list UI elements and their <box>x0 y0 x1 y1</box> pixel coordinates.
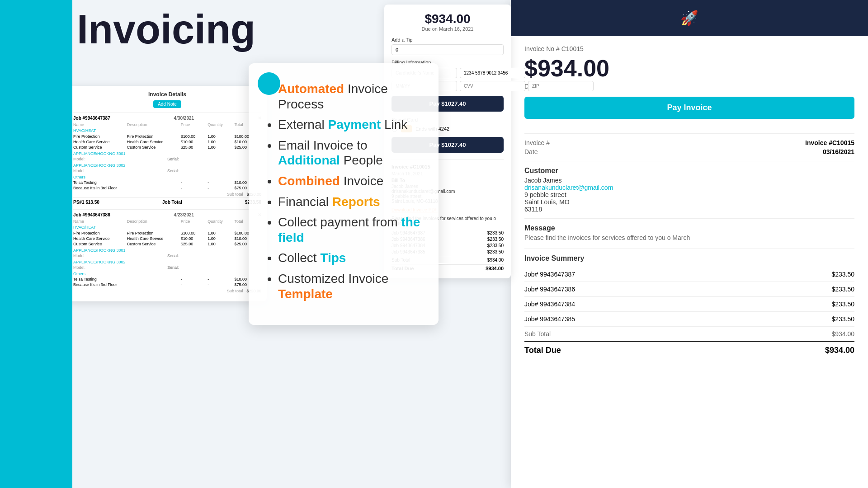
subtotal-label: Sub Total <box>524 330 551 338</box>
appliance-section-2: APPLIANCE/HOOKNG 3002 <box>73 163 261 168</box>
customer-address2: Saint Louis, MO <box>524 198 854 206</box>
other-category: Others <box>73 175 261 179</box>
job-id-2: Job #9943647386 <box>73 212 110 217</box>
right-invoice-number: Invoice No # C10015 <box>524 45 854 52</box>
appliance-section-3: APPLIANCE/HOOKNG 3001 <box>73 248 261 253</box>
right-panel-body: Invoice No # C10015 $934.00 Due on 03/16… <box>511 36 868 488</box>
ps-note: PS#1 $13.50 <box>73 200 99 205</box>
service-category-2: HVAC/HEAT <box>73 225 261 230</box>
job-section-2: Job #9943647386 4/23/2021 ✕ Name Descrip… <box>73 209 261 293</box>
appliance-section-4: APPLIANCE/HOOKNG 3002 <box>73 260 261 264</box>
col-qty: Quantity <box>208 122 234 127</box>
page-title: Invoicing <box>77 9 255 50</box>
feature-item-5: Financial Reports <box>278 194 423 210</box>
service-row: Fire Protection Fire Protection $100.00 … <box>73 231 261 235</box>
payment-amount: $934.00 <box>392 12 504 26</box>
feature-item-8: Customized Invoice Template <box>278 271 423 301</box>
cvv-input[interactable] <box>460 81 525 91</box>
other-row: Telsa Testing - - $10.00 <box>73 277 261 282</box>
col-desc: Description <box>127 122 181 127</box>
page-title-area: Invoicing <box>77 9 255 50</box>
job-id-1: Job #9943647387 <box>73 116 110 121</box>
summary-job-row: Job# 9943647384 $233.50 <box>524 297 854 312</box>
summary-job-row: Job# 9943647387 $233.50 <box>524 267 854 282</box>
right-invoice-date: 03/16/2021 <box>823 148 854 155</box>
invoice-details-title: Invoice Details <box>73 91 261 98</box>
job-total-label: Job Total <box>162 200 182 205</box>
summary-job-row: Job# 9943647385 $233.50 <box>524 312 854 327</box>
invoice-details-panel: Invoice Details Add Note Job #9943647387… <box>72 86 267 301</box>
service-row: Health Care Service Health Care Service … <box>73 140 261 144</box>
other-row: Telsa Testing - - $10.00 <box>73 180 261 185</box>
other-row: Because It's in 3rd Floor - - $75.00 <box>73 186 261 190</box>
feature-item-1: Automated Invoice Process <box>278 81 423 112</box>
job-section-1: Job #9943647387 4/30/2021 ✕ Name Descrip… <box>73 113 261 206</box>
col-name: Name <box>73 122 127 127</box>
summary-job-row: Job# 9943647386 $233.50 <box>524 282 854 297</box>
message-label: Message <box>524 224 854 232</box>
feature-item-7: Collect Tips <box>278 250 423 266</box>
other-row: Because It's in 3rd Floor - - $75.00 <box>73 282 261 287</box>
summary-title: Invoice Summery <box>524 254 854 263</box>
feature-item-6: Collect payment from the field <box>278 215 423 245</box>
left-accent-bar <box>0 0 72 488</box>
customer-name: Jacob James <box>524 177 854 184</box>
service-category-1: HVAC/HEAT <box>73 128 261 133</box>
other-category-2: Others <box>73 272 261 276</box>
message-section: Message Please find the invoices for ser… <box>524 224 854 241</box>
right-amount: $934.00 <box>524 55 854 82</box>
service-row: Custom Service Custom Service $25.00 1.0… <box>73 242 261 246</box>
right-invoice-ref-row: Invoice # Invoice #C10015 <box>524 139 854 146</box>
summary-total-row: Total Due $934.00 <box>524 341 854 359</box>
feature-item-3: Email Invoice to Additional People <box>278 138 423 168</box>
features-list: Automated Invoice Process External Payme… <box>269 81 423 301</box>
tip-input[interactable] <box>392 44 504 55</box>
rocket-icon: 🚀 <box>680 9 698 27</box>
right-panel-header: 🚀 <box>511 0 868 36</box>
customer-address1: 9 pebble street <box>524 191 854 198</box>
payment-due-date: Due on March 16, 2021 <box>392 26 504 32</box>
right-invoice-ref: Invoice #C10015 <box>805 139 854 146</box>
customer-email: drisanakunduclaret@gmail.com <box>524 184 854 191</box>
right-invoice-date-row: Date 03/16/2021 <box>524 148 854 155</box>
pay-invoice-button[interactable]: Pay Invoice <box>524 97 854 119</box>
zip-input[interactable] <box>528 81 594 91</box>
total-label: Total Due <box>524 346 561 355</box>
subtotal-value: $934.00 <box>831 330 854 338</box>
customer-zip: 63118 <box>524 206 854 213</box>
card-number-input[interactable] <box>460 68 525 78</box>
total-value: $934.00 <box>825 346 854 355</box>
invoice-summary-section: Invoice Summery Job# 9943647387 $233.50 … <box>524 254 854 359</box>
add-note-button[interactable]: Add Note <box>153 100 181 108</box>
message-text: Please find the invoices for services of… <box>524 234 854 241</box>
service-row: Health Care Service Health Care Service … <box>73 236 261 241</box>
summary-subtotal-row: Sub Total $934.00 <box>524 327 854 341</box>
job-date-1: 4/30/2021 <box>174 116 194 121</box>
job-date-2: 4/23/2021 <box>174 212 194 217</box>
service-row: Custom Service Custom Service $25.00 1.0… <box>73 145 261 150</box>
customer-label: Customer <box>524 167 854 175</box>
service-row: Fire Protection Fire Protection $100.00 … <box>73 134 261 139</box>
feature-item-4: Combined Invoice <box>278 174 423 189</box>
appliance-section-1: APPLIANCE/HOOKNG 3001 <box>73 151 261 156</box>
tip-label: Add a Tip <box>392 37 504 42</box>
customer-section: Customer Jacob James drisanakunduclaret@… <box>524 167 854 213</box>
feature-item-2: External Payment Link <box>278 117 423 132</box>
right-invoice-panel: 🚀 Invoice No # C10015 $934.00 Due on 03/… <box>511 0 868 488</box>
col-price: Price <box>181 122 208 127</box>
features-panel: Automated Invoice Process External Payme… <box>249 63 439 325</box>
